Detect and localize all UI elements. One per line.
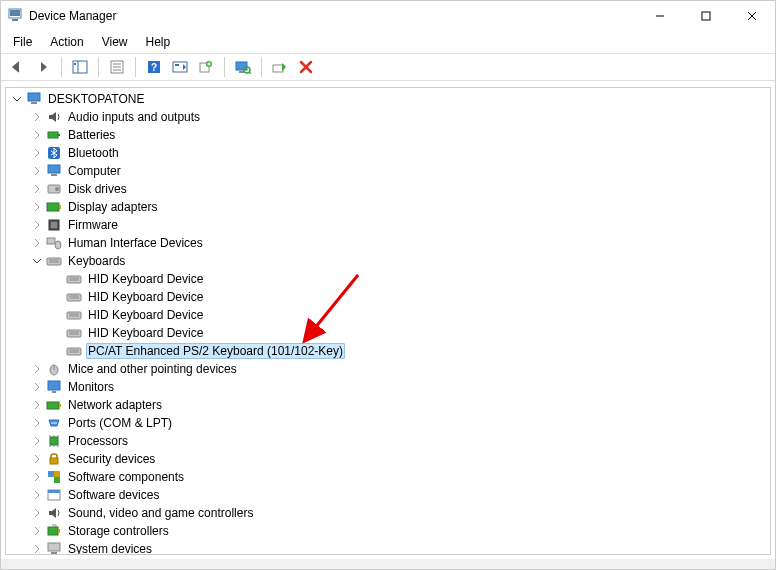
maximize-button[interactable] [683, 1, 729, 31]
collapse-icon[interactable] [30, 254, 44, 268]
expand-icon[interactable] [30, 380, 44, 394]
tree-label: Firmware [66, 218, 120, 232]
status-strip [1, 559, 775, 569]
battery-icon [46, 127, 62, 143]
tree-category-ports[interactable]: Ports (COM & LPT) [26, 414, 770, 432]
svg-rect-20 [236, 62, 247, 70]
enable-device-button[interactable] [268, 56, 292, 78]
expand-icon[interactable] [30, 218, 44, 232]
tree-label: HID Keyboard Device [86, 290, 205, 304]
mouse-icon [46, 361, 62, 377]
svg-rect-82 [48, 543, 60, 551]
svg-rect-79 [48, 490, 60, 493]
svg-rect-25 [28, 93, 40, 101]
monitor-icon [46, 379, 62, 395]
expand-icon[interactable] [30, 434, 44, 448]
expand-icon[interactable] [30, 182, 44, 196]
expand-icon[interactable] [30, 416, 44, 430]
expand-icon[interactable] [30, 164, 44, 178]
tree-category-software-components[interactable]: Software components [26, 468, 770, 486]
tree-device-hid-keyboard[interactable]: HID Keyboard Device [46, 288, 770, 306]
tree-category-firmware[interactable]: Firmware [26, 216, 770, 234]
tree-category-network[interactable]: Network adapters [26, 396, 770, 414]
tree-category-computer[interactable]: Computer [26, 162, 770, 180]
menu-action[interactable]: Action [42, 33, 91, 51]
security-icon [46, 451, 62, 467]
help-button[interactable]: ? [142, 56, 166, 78]
svg-rect-62 [47, 402, 59, 409]
tree-category-storage[interactable]: Storage controllers [26, 522, 770, 540]
tree-category-mice[interactable]: Mice and other pointing devices [26, 360, 770, 378]
tree-category-software-devices[interactable]: Software devices [26, 486, 770, 504]
computer-icon [46, 163, 62, 179]
tree-device-hid-keyboard[interactable]: HID Keyboard Device [46, 324, 770, 342]
svg-point-66 [55, 422, 57, 424]
svg-rect-21 [239, 71, 244, 73]
menu-help[interactable]: Help [138, 33, 179, 51]
system-device-icon [46, 541, 62, 555]
update-driver-button[interactable] [194, 56, 218, 78]
tree-category-audio[interactable]: Audio inputs and outputs [26, 108, 770, 126]
expand-icon[interactable] [30, 542, 44, 555]
properties-button[interactable] [105, 56, 129, 78]
svg-rect-63 [59, 404, 61, 407]
menu-file[interactable]: File [5, 33, 40, 51]
tree-label: Software devices [66, 488, 161, 502]
expand-icon[interactable] [30, 110, 44, 124]
svg-rect-74 [50, 458, 58, 464]
title-bar: Device Manager [1, 1, 775, 31]
expand-icon[interactable] [30, 146, 44, 160]
tree-root-computer[interactable]: DESKTOPATONE [6, 90, 770, 108]
tree-category-keyboards[interactable]: Keyboards [26, 252, 770, 270]
tree-category-batteries[interactable]: Batteries [26, 126, 770, 144]
expand-icon[interactable] [30, 452, 44, 466]
tree-device-ps2-keyboard[interactable]: PC/AT Enhanced PS/2 Keyboard (101/102-Ke… [46, 342, 770, 360]
svg-point-39 [55, 241, 61, 249]
tree-label: HID Keyboard Device [86, 308, 205, 322]
forward-button[interactable] [31, 56, 55, 78]
menu-view[interactable]: View [94, 33, 136, 51]
minimize-button[interactable] [637, 1, 683, 31]
tree-category-sound[interactable]: Sound, video and game controllers [26, 504, 770, 522]
expand-icon[interactable] [30, 470, 44, 484]
expand-icon[interactable] [30, 236, 44, 250]
tree-category-security[interactable]: Security devices [26, 450, 770, 468]
expand-icon[interactable] [30, 506, 44, 520]
close-button[interactable] [729, 1, 775, 31]
expand-icon[interactable] [30, 488, 44, 502]
tree-category-display[interactable]: Display adapters [26, 198, 770, 216]
tree-label: Computer [66, 164, 123, 178]
tree-label: HID Keyboard Device [86, 326, 205, 340]
tree-label: Processors [66, 434, 130, 448]
tree-category-monitors[interactable]: Monitors [26, 378, 770, 396]
svg-line-23 [249, 72, 251, 74]
tree-category-hid[interactable]: Human Interface Devices [26, 234, 770, 252]
keyboard-icon [66, 343, 82, 359]
back-button[interactable] [5, 56, 29, 78]
keyboard-icon [46, 253, 62, 269]
collapse-icon[interactable] [10, 92, 24, 106]
computer-icon [26, 91, 42, 107]
tree-category-system[interactable]: System devices [26, 540, 770, 555]
expand-icon[interactable] [30, 128, 44, 142]
tree-category-disk[interactable]: Disk drives [26, 180, 770, 198]
uninstall-device-button[interactable] [294, 56, 318, 78]
tree-label: Ports (COM & LPT) [66, 416, 174, 430]
show-hide-console-tree-button[interactable] [68, 56, 92, 78]
scan-hardware-button[interactable] [231, 56, 255, 78]
svg-rect-37 [51, 222, 57, 228]
svg-rect-75 [48, 471, 54, 477]
expand-icon[interactable] [30, 524, 44, 538]
tree-category-bluetooth[interactable]: Bluetooth [26, 144, 770, 162]
device-tree-pane[interactable]: DESKTOPATONE Audio inputs and outputs Ba… [5, 87, 771, 555]
tree-device-hid-keyboard[interactable]: HID Keyboard Device [46, 270, 770, 288]
tree-category-processors[interactable]: Processors [26, 432, 770, 450]
svg-rect-61 [52, 391, 56, 393]
expand-icon[interactable] [30, 398, 44, 412]
action-button[interactable] [168, 56, 192, 78]
expand-icon[interactable] [30, 362, 44, 376]
hid-icon [46, 235, 62, 251]
keyboard-icon [66, 271, 82, 287]
tree-device-hid-keyboard[interactable]: HID Keyboard Device [46, 306, 770, 324]
expand-icon[interactable] [30, 200, 44, 214]
